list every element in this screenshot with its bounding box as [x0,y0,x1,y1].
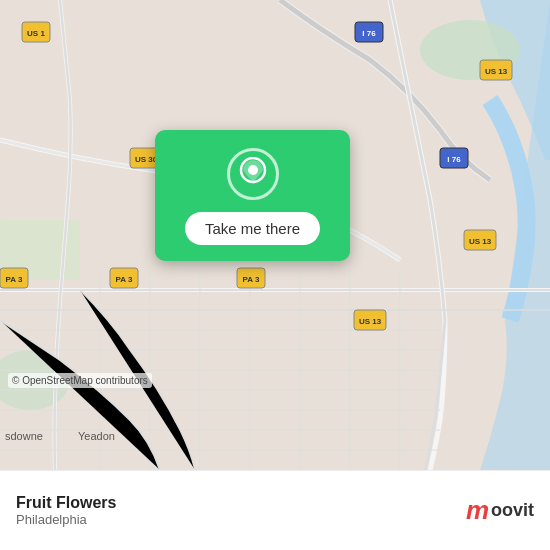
svg-text:US 13: US 13 [469,237,492,246]
svg-text:I 76: I 76 [362,29,376,38]
svg-text:US 13: US 13 [485,67,508,76]
svg-text:US 1: US 1 [27,29,45,38]
location-pin-icon [238,157,268,191]
svg-text:US 13: US 13 [359,317,382,326]
svg-text:Yeadon: Yeadon [78,430,115,442]
copyright-text: © OpenStreetMap contributors [8,373,152,388]
bottom-info: Fruit Flowers Philadelphia [16,494,466,527]
place-city: Philadelphia [16,512,466,527]
bottom-bar: Fruit Flowers Philadelphia m oovit [0,470,550,550]
moovit-logo-m: m [466,495,489,526]
map-container[interactable]: US 1 US 30 I 76 I 76 US 13 US 13 US 13 P… [0,0,550,470]
take-me-there-button[interactable]: Take me there [185,212,320,245]
card-overlay: Take me there [155,130,350,261]
moovit-logo: m oovit [466,495,534,526]
location-icon-wrap [227,148,279,200]
svg-text:sdowne: sdowne [5,430,43,442]
svg-text:PA 3: PA 3 [116,275,133,284]
svg-text:PA 3: PA 3 [243,275,260,284]
moovit-logo-text: oovit [491,500,534,521]
svg-text:I 76: I 76 [447,155,461,164]
svg-text:PA 3: PA 3 [6,275,23,284]
place-name: Fruit Flowers [16,494,466,512]
